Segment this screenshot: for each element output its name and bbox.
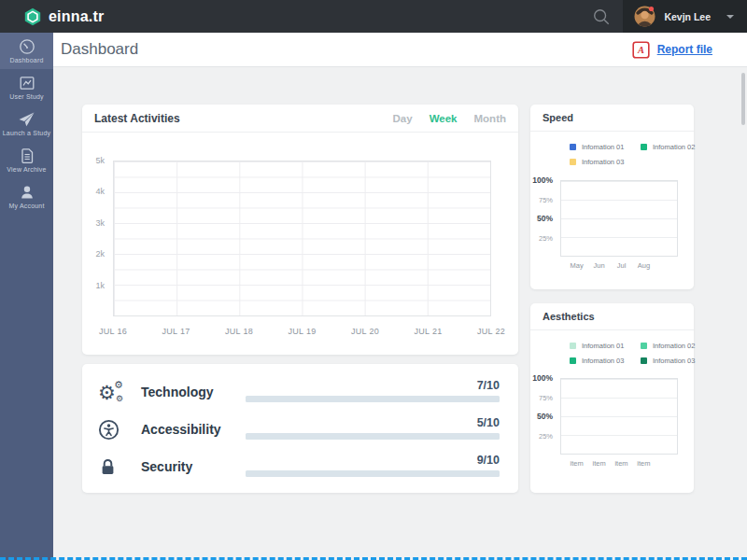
aesthetics-chart: 100%75%50%25% itemitemitemitem	[560, 378, 678, 468]
metric-row-technology: ⚙ ⚙ ⚙ Technology 7/10	[98, 373, 500, 411]
metric-progress: 7/10	[246, 382, 500, 402]
speed-card: Speed Infomation 01 Infomation 02 Infoma…	[530, 105, 694, 289]
tab-day[interactable]: Day	[393, 113, 413, 124]
sidebar: Dashboard User Study Launch a Study Vi	[0, 33, 53, 560]
legend-swatch	[641, 144, 647, 150]
progress-bar	[246, 470, 500, 477]
search-icon	[592, 7, 611, 26]
paper-plane-icon	[18, 111, 35, 128]
period-tabs: Day Week Month	[393, 113, 506, 124]
sidebar-item-launch-a-study[interactable]: Launch a Study	[0, 105, 53, 142]
chart-icon	[19, 75, 35, 91]
progress-bar	[246, 433, 500, 440]
metric-label: Accessibility	[141, 422, 246, 437]
report-file-button[interactable]: A Report file	[632, 41, 712, 59]
metric-score: 9/10	[477, 454, 500, 467]
legend-swatch	[641, 343, 647, 349]
aesthetics-title: Aesthetics	[543, 311, 595, 322]
aesthetics-card: Aesthetics Infomation 01 Infomation 02 I…	[530, 303, 694, 493]
page-title: Dashboard	[61, 40, 138, 59]
sidebar-item-my-account[interactable]: My Account	[0, 178, 53, 215]
legend-item: Infomation 01	[570, 143, 641, 151]
legend-item: Infomation 02	[641, 143, 695, 151]
top-navbar: einna.tr Kevjn L	[0, 0, 747, 33]
page-header: Dashboard A Report file	[53, 33, 747, 67]
metric-progress: 9/10	[246, 456, 500, 477]
latest-activities-card: Latest Activities Day Week Month 5k4k3k2…	[82, 105, 518, 355]
progress-bar	[246, 396, 500, 402]
sidebar-item-view-archive[interactable]: View Archive	[0, 142, 53, 178]
activities-chart-x-axis: JUL 16JUL 17JUL 18JUL 19JUL 20JUL 21JUL …	[113, 325, 491, 336]
user-name: Kevjn Lee	[664, 11, 711, 22]
gauge-icon	[19, 38, 35, 55]
legend-item: Infomation 01	[570, 342, 641, 350]
metric-row-security: Security 9/10	[98, 448, 500, 485]
sidebar-item-label: Dashboard	[9, 57, 43, 63]
metric-label: Technology	[141, 385, 246, 399]
speed-legend: Infomation 01 Infomation 02 Infomation 0…	[570, 143, 686, 166]
gears-icon: ⚙ ⚙ ⚙	[98, 383, 141, 402]
legend-swatch	[570, 357, 576, 364]
sidebar-item-label: View Archive	[7, 166, 46, 173]
legend-swatch	[570, 343, 576, 349]
avatar-image	[634, 6, 655, 27]
tab-week[interactable]: Week	[430, 113, 458, 124]
search-button[interactable]	[580, 0, 623, 33]
brand-logo: einna.tr	[23, 7, 104, 26]
aesthetics-header: Aesthetics	[530, 303, 694, 330]
navbar-right: Kevjn Lee	[580, 0, 747, 33]
speed-header: Speed	[530, 105, 694, 132]
legend-item: Infomation 02	[641, 342, 695, 350]
legend-swatch	[570, 159, 576, 165]
speed-chart-y-axis: 100%75%50%25%	[532, 180, 557, 257]
latest-activities-title: Latest Activities	[94, 112, 180, 125]
metric-row-accessibility: Accessibility 5/10	[98, 411, 500, 448]
aesthetics-chart-plot	[560, 378, 678, 455]
legend-item: Infomation 03	[570, 158, 641, 166]
scrollbar-thumb[interactable]	[741, 73, 745, 125]
speed-chart: 100%75%50%25% MayJunJulAug	[560, 180, 678, 270]
lock-icon	[98, 457, 141, 477]
avatar	[634, 6, 655, 27]
legend-item: Infomation 03	[641, 357, 695, 365]
report-file-link[interactable]: Report file	[657, 43, 712, 56]
sidebar-item-label: My Account	[8, 203, 44, 209]
dashboard-page: einna.tr Kevjn L	[0, 0, 747, 560]
aesthetics-chart-y-axis: 100%75%50%25%	[532, 378, 557, 455]
tab-month[interactable]: Month	[474, 113, 506, 124]
speed-chart-x-axis: MayJunJulAug	[560, 260, 678, 270]
legend-swatch	[641, 357, 647, 364]
aesthetics-legend: Infomation 01 Infomation 02 Infomation 0…	[570, 342, 686, 365]
user-icon	[19, 184, 35, 201]
sidebar-item-user-study[interactable]: User Study	[0, 69, 53, 105]
document-icon	[19, 147, 35, 164]
hexagon-logo-icon	[23, 7, 42, 26]
brand-name: einna.tr	[49, 8, 104, 25]
svg-text:A: A	[637, 45, 644, 55]
speed-chart-plot	[560, 180, 678, 257]
activities-chart: 5k4k3k2k1k JUL 16JUL 17JUL 18JUL 19JUL 2…	[113, 161, 491, 336]
chevron-down-icon	[726, 15, 734, 19]
speed-title: Speed	[543, 112, 573, 123]
user-menu[interactable]: Kevjn Lee	[623, 0, 747, 33]
accessibility-icon	[98, 419, 141, 441]
scores-card: ⚙ ⚙ ⚙ Technology 7/10 Accessibility	[82, 364, 518, 493]
pdf-icon: A	[632, 41, 650, 59]
legend-swatch	[570, 144, 576, 150]
aesthetics-chart-x-axis: itemitemitemitem	[560, 458, 678, 468]
activities-chart-y-axis: 5k4k3k2k1k	[84, 161, 108, 316]
activities-chart-plot	[113, 161, 491, 316]
metric-score: 7/10	[477, 379, 500, 392]
metric-progress: 5/10	[246, 419, 500, 440]
metric-label: Security	[141, 459, 246, 474]
legend-item: Infomation 03	[570, 357, 641, 365]
sidebar-item-dashboard[interactable]: Dashboard	[0, 33, 53, 69]
metric-score: 5/10	[477, 416, 500, 429]
latest-activities-header: Latest Activities Day Week Month	[82, 105, 518, 133]
sidebar-item-label: User Study	[9, 93, 44, 100]
sidebar-item-label: Launch a Study	[3, 130, 50, 136]
